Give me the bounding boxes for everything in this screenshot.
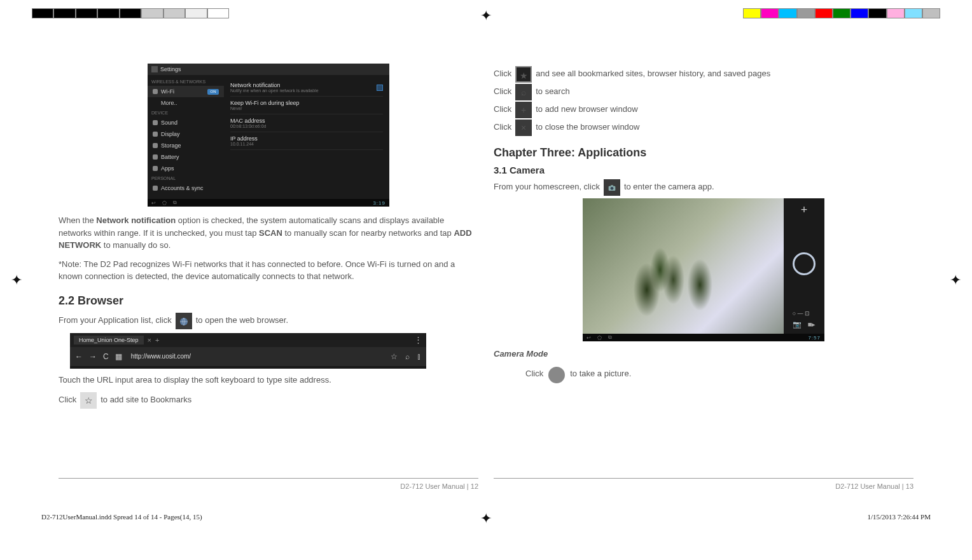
recent-icon[interactable]: ⧉ (608, 334, 612, 341)
camera-screenshot: + ○ — ⊡ 📷 ■▸ ↩⬠⧉7:57 (583, 198, 824, 341)
sidebar-item-apps[interactable]: Apps (148, 163, 224, 174)
browser-tab[interactable]: Home_Union One-Step (74, 336, 144, 345)
heading-camera: 3.1 Camera (494, 165, 913, 175)
paragraph-take-picture: Click to take a picture. (525, 367, 913, 381)
status-clock: 3:19 (373, 200, 385, 206)
row-new-window: Click + to add new browser window (494, 102, 913, 117)
apps-icon (153, 166, 158, 171)
site-icon: ▦ (115, 352, 122, 361)
heading-chapter-three: Chapter Three: Applications (494, 146, 913, 160)
svg-point-2 (611, 187, 614, 190)
sidebar-item-accounts[interactable]: Accounts & sync (148, 182, 224, 194)
back-icon[interactable]: ↩ (151, 200, 156, 206)
camera-mode-icon[interactable]: 📷 (793, 320, 802, 329)
back-icon[interactable]: ← (75, 352, 83, 361)
settings-screenshot: Settings WIRELESS & NETWORKS Wi-FiON Mor… (148, 64, 389, 207)
close-icon: × (515, 120, 532, 136)
camera-modes[interactable]: ○ — ⊡ (793, 310, 816, 317)
home-icon[interactable]: ⬠ (597, 335, 602, 341)
row-search: Click ⌕ to search (494, 84, 913, 99)
paragraph-open-camera: From your homescreen, click to enter the… (494, 179, 913, 195)
storage-icon (153, 143, 158, 148)
sync-icon (153, 186, 158, 191)
opt-network-notification[interactable]: Network notificationNotify me when an op… (230, 79, 383, 97)
page-footer: D2-712 User Manual | 12 (59, 478, 478, 490)
shutter-icon (548, 367, 565, 383)
opt-keep-wifi-sleep[interactable]: Keep Wi-Fi on during sleepNever (230, 97, 383, 114)
meta-file: D2-712UserManual.indd Spread 14 of 14 - … (41, 513, 202, 521)
forward-icon[interactable]: → (89, 352, 97, 361)
reload-icon[interactable]: C (103, 352, 109, 361)
registration-bars-left (32, 8, 229, 18)
search-icon[interactable]: ⌕ (405, 352, 410, 361)
sidebar-item-sound[interactable]: Sound (148, 117, 224, 128)
sound-icon (153, 120, 158, 125)
browser-screenshot: Home_Union One-Step × + ⋮ ← → C ▦ http:/… (70, 333, 426, 369)
home-icon[interactable]: ⬠ (162, 200, 167, 206)
video-mode-icon[interactable]: ■▸ (808, 320, 816, 329)
sidebar-item-display[interactable]: Display (148, 128, 224, 140)
battery-icon (153, 154, 158, 160)
section-header: DEVICE (148, 109, 224, 117)
paragraph-open-browser: From your Application list, click to ope… (59, 313, 478, 328)
meta-date: 1/15/2013 7:26:44 PM (867, 513, 931, 521)
search-icon: ⌕ (515, 84, 532, 100)
url-field[interactable]: http://www.uosit.com/ (131, 353, 191, 360)
heading-camera-mode: Camera Mode (494, 348, 913, 360)
page-footer: D2-712 User Manual | 13 (494, 478, 913, 490)
page-13: Click ★ and see all bookmarked sites, br… (486, 64, 921, 490)
registration-bars-right (743, 8, 940, 18)
new-tab-icon[interactable]: + (155, 336, 159, 344)
section-header: WIRELESS & NETWORKS (148, 78, 224, 86)
settings-title: Settings (160, 66, 181, 72)
sidebar-item-battery[interactable]: Battery (148, 151, 224, 163)
status-clock: 7:57 (808, 335, 821, 341)
sidebar-item-storage[interactable]: Storage (148, 140, 224, 151)
registration-mark-icon: ✦ (950, 272, 961, 289)
back-icon[interactable]: ↩ (587, 335, 591, 341)
paragraph-add-bookmark: Click ☆ to add site to Bookmarks (59, 392, 478, 407)
camera-app-icon (604, 179, 620, 196)
section-header: PERSONAL (148, 174, 224, 182)
bookmark-star-icon: ★ (515, 66, 532, 83)
paragraph-network-notification: When the Network notification option is … (59, 214, 478, 252)
menu-icon[interactable]: ⋮ (414, 335, 422, 345)
plus-icon: + (515, 102, 532, 118)
star-icon[interactable]: ☆ (391, 352, 398, 361)
wifi-icon (153, 89, 158, 94)
globe-icon (176, 313, 192, 329)
print-metadata: D2-712UserManual.indd Spread 14 of 14 - … (41, 513, 931, 521)
opt-mac-address: MAC address00:b8:13:0d:e6:0d (230, 114, 383, 132)
display-icon (153, 132, 158, 137)
svg-rect-3 (611, 186, 613, 187)
checkbox-icon[interactable] (377, 85, 383, 91)
row-close-window: Click × to close the browser window (494, 120, 913, 135)
camera-options-icon[interactable]: + (801, 203, 808, 217)
paragraph-url-input: Touch the URL input area to display the … (59, 374, 478, 386)
wifi-toggle[interactable]: ON (207, 89, 219, 95)
bookmarks-icon[interactable]: ⫿ (417, 352, 421, 361)
camera-preview-image (607, 220, 740, 320)
row-bookmarks: Click ★ and see all bookmarked sites, br… (494, 66, 913, 81)
sidebar-item-more[interactable]: More.. (148, 97, 224, 109)
settings-icon (151, 66, 158, 72)
paragraph-wifi-note: *Note: The D2 Pad recognizes Wi-Fi netwo… (59, 258, 478, 283)
heading-browser: 2.2 Browser (59, 294, 478, 308)
shutter-button[interactable] (793, 252, 816, 275)
page-12: Settings WIRELESS & NETWORKS Wi-FiON Mor… (51, 64, 486, 490)
sidebar-item-wifi[interactable]: Wi-FiON (148, 86, 224, 97)
recent-icon[interactable]: ⧉ (173, 200, 177, 206)
opt-ip-address: IP address10.0.11.244 (230, 132, 383, 150)
registration-mark-icon: ✦ (11, 272, 22, 289)
close-tab-icon[interactable]: × (148, 336, 151, 344)
registration-mark-icon: ✦ (480, 8, 492, 24)
star-outline-icon: ☆ (80, 392, 97, 409)
